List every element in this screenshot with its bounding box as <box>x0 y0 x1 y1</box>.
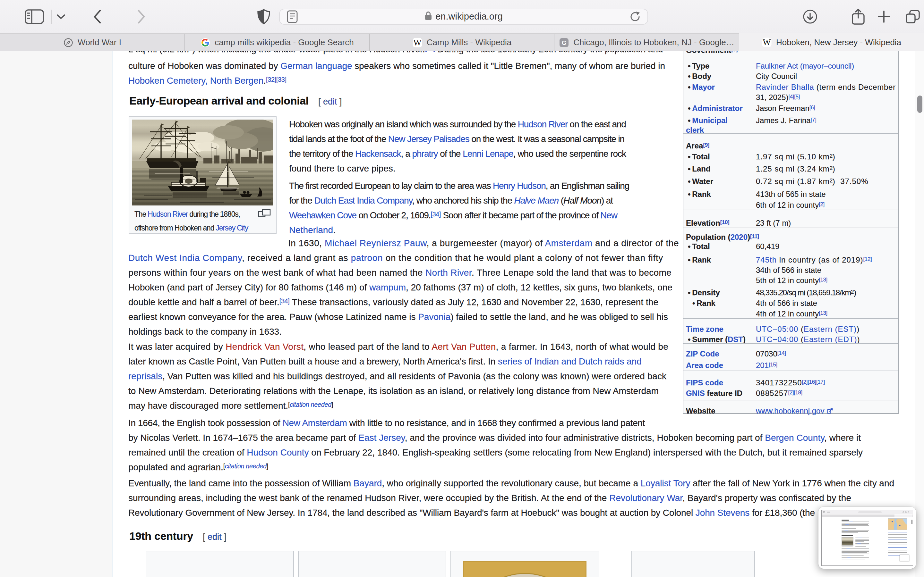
wiki-redlink[interactable]: Aert Van Putten <box>431 342 496 351</box>
reference-link[interactable]: [17] <box>816 379 825 385</box>
wiki-link[interactable]: GNIS <box>686 389 705 398</box>
wiki-link[interactable]: Area code <box>686 361 723 370</box>
wiki-link[interactable]: John Stevens <box>696 508 750 518</box>
wiki-link[interactable]: Administrator <box>692 104 742 113</box>
wiki-link[interactable]: patroon <box>351 253 383 263</box>
hudson-river-thumbnail[interactable]: The Hudson River during the 1880s,offsho… <box>129 116 276 234</box>
wiki-link[interactable]: 745th <box>756 255 777 264</box>
reference-link[interactable]: [12] <box>863 256 872 262</box>
wiki-link[interactable]: Michael Reyniersz Pauw <box>325 238 426 248</box>
wiki-link[interactable]: Netherland <box>289 225 333 235</box>
hudson-river-engraving-image[interactable] <box>132 119 273 205</box>
wiki-link[interactable]: Amsterdam <box>545 238 593 248</box>
reference-link[interactable]: [13] <box>819 277 827 283</box>
wiki-link[interactable]: Time zone <box>686 325 724 334</box>
wiki-link[interactable]: Hudson River <box>148 210 188 218</box>
reference-link[interactable]: [4] <box>788 93 794 100</box>
wiki-link[interactable]: Hoboken Cemetery, North Bergen <box>128 76 263 85</box>
reference-link[interactable]: [2] <box>819 201 825 207</box>
wiki-link[interactable]: Hackensack <box>355 149 401 159</box>
scrollbar-track[interactable] <box>915 51 924 577</box>
wiki-link[interactable]: Henry Hudson <box>493 181 546 191</box>
reference-link[interactable]: [7] <box>811 117 817 123</box>
reference-link[interactable]: [18] <box>794 390 803 396</box>
gallery-box-3[interactable] <box>451 551 599 577</box>
wiki-link[interactable]: UTC−04:00 <box>756 335 798 343</box>
wiki-link[interactable]: Halve Maen <box>514 195 559 205</box>
tab-camp-mills-wikipedia-google-search[interactable]: camp mills wikipedia - Google Search <box>185 33 370 51</box>
screenshot-preview-thumbnail[interactable] <box>819 507 916 569</box>
wiki-link[interactable]: reprisals <box>128 371 162 381</box>
wiki-link[interactable]: series of Indian and Dutch raids and <box>498 356 642 366</box>
wiki-link[interactable]: Revolutionary War <box>609 493 682 503</box>
wiki-link[interactable]: Ravinder Bhalla <box>756 83 814 91</box>
scrollbar-thumb[interactable] <box>917 95 922 113</box>
new-tab-button[interactable] <box>873 0 895 33</box>
gallery-box-1[interactable] <box>145 551 294 577</box>
wiki-link[interactable]: Jersey City <box>216 224 248 232</box>
wiki-link[interactable]: www.hobokennj.gov <box>756 406 824 415</box>
wiki-link[interactable]: Bergen County <box>765 433 824 443</box>
sidebar-toggle-button[interactable] <box>23 0 45 33</box>
wiki-link[interactable]: Mayor <box>692 83 715 91</box>
citation-needed-link[interactable]: citation needed <box>225 463 267 470</box>
reference-link[interactable]: [34] <box>431 211 441 218</box>
reference-link[interactable]: [8] <box>731 51 738 53</box>
wiki-link[interactable]: New Jersey Palisades <box>388 134 469 144</box>
wiki-link[interactable]: phratry <box>412 149 438 159</box>
wiki-link[interactable]: DST <box>728 335 743 343</box>
reference-link[interactable]: [16] <box>808 379 816 385</box>
downloads-button[interactable] <box>800 0 821 33</box>
wiki-link[interactable]: Dutch East India Company <box>314 195 412 205</box>
wiki-link[interactable]: German language <box>280 61 352 71</box>
wiki-link[interactable]: ZIP Code <box>686 350 719 358</box>
wiki-link[interactable]: Eastern (EST) <box>804 325 857 334</box>
reference-link[interactable]: [14] <box>777 350 786 356</box>
sidebar-chevron-button[interactable] <box>54 0 68 33</box>
wiki-link[interactable]: Hudson River <box>518 119 567 129</box>
address-bar[interactable]: en.wikipedia.org <box>279 9 648 25</box>
wiki-link[interactable]: Dutch West India Company <box>128 253 242 263</box>
reload-button[interactable] <box>630 11 641 23</box>
wiki-link[interactable]: Pavonia <box>418 312 451 322</box>
back-button[interactable] <box>86 0 108 33</box>
wiki-link[interactable]: Hudson County <box>247 448 309 458</box>
magnify-icon[interactable] <box>258 209 271 218</box>
privacy-report-button[interactable] <box>254 0 274 33</box>
edit-link[interactable]: edit <box>208 532 222 542</box>
reference-link[interactable]: [2] <box>802 379 808 385</box>
share-button[interactable] <box>848 0 869 33</box>
edit-link[interactable]: edit <box>323 97 337 106</box>
wiki-link[interactable]: 2020 <box>730 233 748 242</box>
wiki-link[interactable]: East Jersey <box>359 433 405 443</box>
forward-button[interactable] <box>130 0 153 33</box>
reference-link[interactable]: [31] <box>425 51 435 52</box>
reference-link[interactable]: [13] <box>819 310 827 316</box>
wiki-link[interactable]: Weehawken Cove <box>289 210 357 220</box>
wiki-link[interactable]: Loyalist Tory <box>641 478 690 488</box>
reference-link[interactable]: [15] <box>769 362 777 367</box>
reference-link[interactable]: [33] <box>276 76 286 83</box>
reference-link[interactable]: [5] <box>794 93 800 100</box>
reference-link[interactable]: [34] <box>279 298 290 305</box>
reference-link[interactable]: [2] <box>788 390 794 396</box>
tab-hoboken-new-jersey-wikipedia[interactable]: WHoboken, New Jersey - Wikipedia <box>739 33 924 51</box>
wiki-redlink[interactable]: Hendrick Van Vorst <box>226 342 304 351</box>
reference-link[interactable]: [6] <box>809 105 815 111</box>
wiki-link[interactable]: Lenni Lenape <box>463 149 513 159</box>
gallery-box-4[interactable] <box>632 551 755 577</box>
wiki-link[interactable]: Faulkner Act (mayor–council) <box>756 61 854 70</box>
wiki-link[interactable]: Eastern (EDT) <box>804 335 857 343</box>
wiki-link[interactable]: Bayard <box>354 478 382 488</box>
tab-camp-mills-wikipedia[interactable]: WCamp Mills - Wikipedia <box>370 33 554 51</box>
tab-world-war-i[interactable]: World War I <box>0 33 185 51</box>
wiki-link[interactable]: wampum <box>369 282 406 292</box>
reference-link[interactable]: [32] <box>266 76 276 83</box>
wiki-link[interactable]: Municipal <box>692 116 728 125</box>
reference-link[interactable]: [11] <box>750 234 759 239</box>
citation-needed-link[interactable]: citation needed <box>290 401 331 408</box>
wiki-link[interactable]: North River <box>425 268 472 277</box>
wiki-link[interactable]: 201 <box>756 361 769 370</box>
wiki-link[interactable]: New <box>600 210 617 220</box>
tab-chicago-illinois-to-hoboken-nj-google[interactable]: GChicago, Illinois to Hoboken, NJ - Goog… <box>554 33 739 51</box>
